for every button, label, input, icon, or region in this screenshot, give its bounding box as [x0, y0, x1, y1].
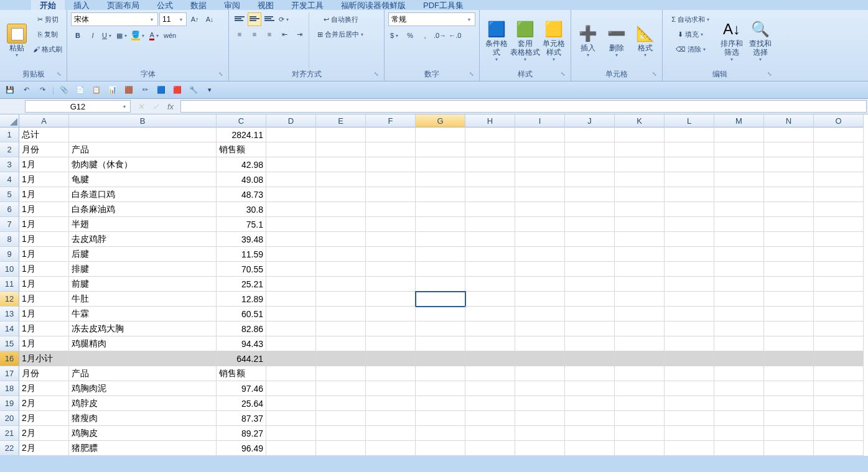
cell-C6[interactable]: 30.8: [217, 202, 266, 217]
cell-G10[interactable]: [416, 262, 465, 277]
cell-N19[interactable]: [764, 396, 814, 411]
cell-I20[interactable]: [515, 411, 565, 426]
cell-C10[interactable]: 70.55: [217, 262, 266, 277]
cell-N6[interactable]: [764, 202, 814, 217]
col-header-I[interactable]: I: [515, 114, 565, 127]
align-bottom-button[interactable]: [263, 12, 276, 26]
cell-H9[interactable]: [465, 247, 515, 262]
cell-K6[interactable]: [615, 202, 665, 217]
cell-O11[interactable]: [814, 277, 864, 292]
cell-M1[interactable]: [714, 127, 764, 142]
cell-N1[interactable]: [764, 127, 814, 142]
cell-K10[interactable]: [615, 262, 665, 277]
cell-L17[interactable]: [665, 366, 714, 381]
cell-M2[interactable]: [714, 142, 764, 157]
cell-L1[interactable]: [665, 127, 714, 142]
cell-N11[interactable]: [764, 277, 814, 292]
cell-O12[interactable]: [814, 292, 864, 307]
cell-E10[interactable]: [316, 262, 366, 277]
cell-E16[interactable]: [316, 351, 366, 366]
cell-J7[interactable]: [565, 217, 615, 232]
cell-H7[interactable]: [465, 217, 515, 232]
cell-J20[interactable]: [565, 411, 615, 426]
merge-center-button[interactable]: ⊞ 合并后居中▾: [313, 27, 369, 41]
col-header-B[interactable]: B: [69, 114, 217, 127]
cell-J9[interactable]: [565, 247, 615, 262]
cell-A15[interactable]: 1月: [19, 336, 69, 351]
cell-K7[interactable]: [615, 217, 665, 232]
cell-C3[interactable]: 42.98: [217, 157, 266, 172]
cell-I13[interactable]: [515, 307, 565, 322]
cell-K17[interactable]: [615, 366, 665, 381]
row-header-21[interactable]: 21: [0, 426, 19, 441]
cell-K20[interactable]: [615, 411, 665, 426]
cell-H8[interactable]: [465, 232, 515, 247]
cell-I5[interactable]: [515, 187, 565, 202]
cell-J6[interactable]: [565, 202, 615, 217]
cell-D19[interactable]: [266, 396, 316, 411]
cell-I1[interactable]: [515, 127, 565, 142]
cell-K13[interactable]: [615, 307, 665, 322]
save-button[interactable]: 💾: [4, 84, 16, 96]
cell-I22[interactable]: [515, 441, 565, 456]
cell-H10[interactable]: [465, 262, 515, 277]
cell-O18[interactable]: [814, 381, 864, 396]
col-header-F[interactable]: F: [366, 114, 416, 127]
cell-O4[interactable]: [814, 172, 864, 187]
cell-D12[interactable]: [266, 292, 316, 307]
cell-M22[interactable]: [714, 441, 764, 456]
cell-D3[interactable]: [266, 157, 316, 172]
cell-L6[interactable]: [665, 202, 714, 217]
formula-input[interactable]: [180, 100, 867, 113]
cell-K11[interactable]: [615, 277, 665, 292]
row-header-8[interactable]: 8: [0, 232, 19, 247]
qat-btn-7[interactable]: 🟦: [155, 84, 167, 96]
cell-F10[interactable]: [366, 262, 416, 277]
cell-J11[interactable]: [565, 277, 615, 292]
cell-F6[interactable]: [366, 202, 416, 217]
cell-H11[interactable]: [465, 277, 515, 292]
cell-E5[interactable]: [316, 187, 366, 202]
cell-A3[interactable]: 1月: [19, 157, 69, 172]
cell-B5[interactable]: 白条道口鸡: [69, 187, 217, 202]
cell-B15[interactable]: 鸡腿精肉: [69, 336, 217, 351]
cell-J16[interactable]: [565, 351, 615, 366]
cell-I7[interactable]: [515, 217, 565, 232]
tab-8[interactable]: 福昕阅读器领鲜版: [332, 0, 414, 10]
cell-F22[interactable]: [366, 441, 416, 456]
tab-5[interactable]: 审阅: [215, 0, 249, 10]
row-header-18[interactable]: 18: [0, 381, 19, 396]
cell-O17[interactable]: [814, 366, 864, 381]
cell-E11[interactable]: [316, 277, 366, 292]
cell-H5[interactable]: [465, 187, 515, 202]
cell-I6[interactable]: [515, 202, 565, 217]
cell-C21[interactable]: 89.27: [217, 426, 266, 441]
cell-A11[interactable]: 1月: [19, 277, 69, 292]
row-header-12[interactable]: 12: [0, 292, 19, 307]
cell-K2[interactable]: [615, 142, 665, 157]
undo-button[interactable]: ↶: [20, 84, 32, 96]
cell-B20[interactable]: 猪瘦肉: [69, 411, 217, 426]
cell-G1[interactable]: [416, 127, 465, 142]
cell-M20[interactable]: [714, 411, 764, 426]
cell-C15[interactable]: 94.43: [217, 336, 266, 351]
cell-L16[interactable]: [665, 351, 714, 366]
cell-I8[interactable]: [515, 232, 565, 247]
cell-M5[interactable]: [714, 187, 764, 202]
cell-L11[interactable]: [665, 277, 714, 292]
cell-K15[interactable]: [615, 336, 665, 351]
qat-btn-6[interactable]: ✏: [139, 84, 151, 96]
decrease-decimal-button[interactable]: ←.0: [448, 29, 462, 42]
row-header-19[interactable]: 19: [0, 396, 19, 411]
cell-I15[interactable]: [515, 336, 565, 351]
cell-H16[interactable]: [465, 351, 515, 366]
cell-E9[interactable]: [316, 247, 366, 262]
cell-O3[interactable]: [814, 157, 864, 172]
cell-J14[interactable]: [565, 322, 615, 336]
cell-M18[interactable]: [714, 381, 764, 396]
cell-D9[interactable]: [266, 247, 316, 262]
cell-M11[interactable]: [714, 277, 764, 292]
cell-A4[interactable]: 1月: [19, 172, 69, 187]
cell-F13[interactable]: [366, 307, 416, 322]
row-header-5[interactable]: 5: [0, 187, 19, 202]
